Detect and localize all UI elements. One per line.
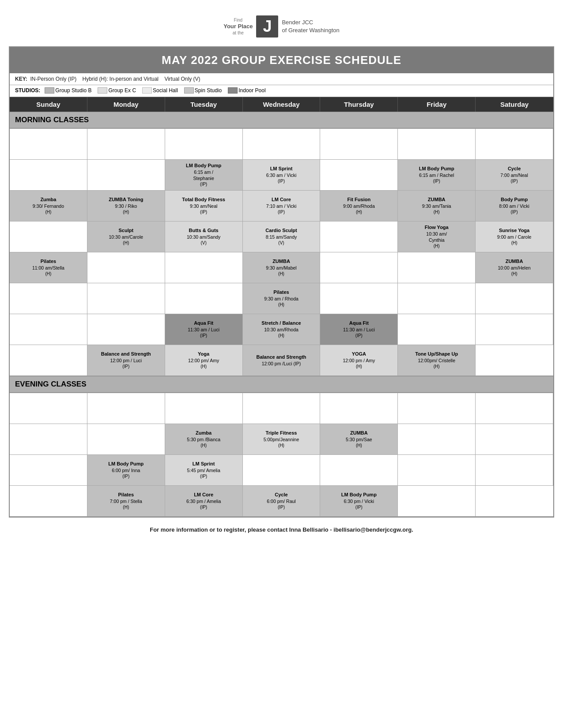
class-time: 12:00 pm / Amy (343, 357, 375, 364)
class-type: (H) (511, 240, 518, 246)
class-type: (H) (278, 302, 284, 308)
class-name: Tone Up/Shape Up (415, 351, 458, 357)
class-name: Cycle (508, 165, 521, 172)
class-type: (IP) (122, 473, 129, 480)
cell-morning-grid-r2-c0: Zumba9:30/ Fernando(H) (10, 191, 87, 221)
class-time: 7:10 am / Vicki (266, 203, 297, 209)
class-type: (IP) (200, 473, 207, 480)
class-time: 5:00pm/Jeannine (264, 436, 299, 443)
cell-morning-grid-r0-c1 (87, 129, 165, 160)
class-time: 9:00 am/Rhoda (343, 203, 375, 209)
class-name: ZUMBA (350, 430, 368, 436)
key-virtual: Virtual Only (V) (164, 76, 200, 82)
cell-morning-grid-r3-c2: Butts & Guts10:30 am/Sandy(V) (165, 221, 243, 252)
class-name: Yoga (198, 351, 209, 357)
class-time: 12:00 pm / Luci (110, 357, 142, 364)
cell-morning-grid-r1-c6: Cycle7:00 am/Neal(IP) (476, 160, 553, 191)
class-time: 6:30 pm / Vicki (344, 498, 374, 504)
evening-header: EVENING CLASSES (10, 376, 553, 393)
class-time: 6:15 am / (194, 169, 213, 175)
cell-morning-grid-r7-c3: Balance and Strength12:00 pm /Luci (IP) (243, 345, 321, 376)
page-container: Find Your Place at the J Bender JCC of G… (9, 9, 554, 537)
legend-box-c (98, 87, 107, 94)
header-saturday: Saturday (476, 97, 553, 112)
key-ip: IN-Person Only (IP) (30, 76, 76, 82)
cell-evening-grid-r1-c5 (398, 424, 476, 455)
class-time: 9:30 am/Tania (422, 203, 451, 209)
class-name: Zumba (196, 430, 212, 436)
cell-evening-grid-r2-c2: LM Sprint5:45 pm/ Amelia(IP) (165, 455, 243, 486)
class-type: (IP) (200, 209, 207, 215)
cell-morning-grid-r4-c5 (398, 252, 476, 283)
header-friday: Friday (398, 97, 476, 112)
class-name: Pilates (273, 289, 289, 296)
class-time: 8:15 am/Sandy (266, 234, 297, 240)
cell-evening-grid-r3-c1: Pilates7:00 pm / Stella(H) (87, 486, 165, 517)
class-type: (IP) (200, 181, 207, 188)
cell-evening-grid-r2-c0 (10, 455, 87, 486)
class-name: Pilates (118, 492, 134, 498)
cell-evening-grid-r2-c6 (476, 455, 553, 486)
cell-evening-grid-r2-c1: LM Body Pump6:00 pm/ Inna(IP) (87, 455, 165, 486)
class-name: LM Sprint (193, 461, 215, 467)
class-name: Sunrise Yoga (499, 227, 529, 234)
class-type: (H) (356, 209, 362, 215)
class-name: YOGA (352, 351, 366, 357)
class-name: Balance and Strength (256, 354, 306, 360)
footer: For more information or to register, ple… (9, 518, 554, 537)
cell-morning-grid-r0-c5 (398, 129, 476, 160)
schedule-wrapper: MAY 2022 GROUP EXERCISE SCHEDULE KEY: IN… (9, 46, 554, 518)
legend-group-b: Group Studio B (45, 87, 91, 94)
class-instructor: Cynthia (429, 237, 445, 243)
class-type: (H) (278, 271, 284, 277)
class-type: (H) (434, 243, 440, 249)
cell-morning-grid-r1-c3: LM Sprint6:30 am / Vicki(IP) (243, 160, 321, 191)
key-hybrid: Hybrid (H): In-person and Virtual (83, 76, 159, 82)
class-name: Total Body Fitness (182, 196, 225, 203)
cell-evening-grid-r2-c5 (398, 455, 476, 486)
cell-morning-grid-r3-c0 (10, 221, 87, 252)
cell-morning-grid-r5-c3: Pilates9:30 am / Rhoda(H) (243, 283, 321, 314)
class-name: ZUMBA (428, 196, 446, 203)
class-type: (H) (45, 209, 51, 215)
class-time: 8:00 am / Vicki (499, 203, 529, 209)
cell-morning-grid-r6-c2: Aqua Fit11:30 am / Luci(IP) (165, 314, 243, 345)
at-the-text: at the (223, 30, 253, 36)
class-name: Butts & Guts (189, 227, 219, 234)
class-time: 7:00 am/Neal (500, 172, 528, 178)
cell-evening-grid-r1-c6 (476, 424, 553, 455)
cell-morning-grid-r3-c3: Cardio Sculpt8:15 am/Sandy(V) (243, 221, 321, 252)
key-label: KEY: (15, 76, 27, 82)
class-time: 12:00 pm /Luci (IP) (262, 360, 301, 367)
class-time: 6:30 pm / Amelia (186, 498, 221, 504)
cell-evening-grid-r0-c2 (165, 393, 243, 424)
class-time: 7:00 pm / Stella (110, 498, 142, 504)
legend-spin-label: Spin Studio (195, 87, 222, 94)
cell-evening-grid-r0-c0 (10, 393, 87, 424)
cell-morning-grid-r1-c5: LM Body Pump6:15 am / Rachel(IP) (398, 160, 476, 191)
class-time: 9:30 am / Rhoda (264, 296, 299, 302)
cell-morning-grid-r4-c6: ZUMBA10:00 am/Helen(H) (476, 252, 553, 283)
cell-evening-grid-r3-c4: LM Body Pump6:30 pm / Vicki(IP) (320, 486, 398, 517)
cell-morning-grid-r5-c1 (87, 283, 165, 314)
class-name: LM Body Pump (341, 492, 377, 498)
legend-group-c: Group Ex C (98, 87, 136, 94)
cell-morning-grid-r0-c0 (10, 129, 87, 160)
studios-label: STUDIOS: (15, 87, 40, 94)
legend-social: Social Hall (142, 87, 178, 94)
cell-morning-grid-r6-c1 (87, 314, 165, 345)
cell-evening-grid-r0-c5 (398, 393, 476, 424)
cell-evening-grid-r1-c2: Zumba5:30 pm /Bianca(H) (165, 424, 243, 455)
class-time: 12:00 pm/ Amy (188, 357, 219, 364)
class-name: Pilates (41, 258, 56, 265)
cell-morning-grid-r1-c2: LM Body Pump6:15 am /Stephanie(IP) (165, 160, 243, 191)
class-time: 5:30 pm/Sae (346, 436, 372, 443)
cell-morning-grid-r4-c1 (87, 252, 165, 283)
class-time: 10:00 am/Helen (498, 265, 531, 271)
cell-evening-grid-r0-c4 (320, 393, 398, 424)
class-name: Stretch / Balance (261, 320, 301, 326)
logo-area: Find Your Place at the J Bender JCC of G… (9, 9, 554, 42)
day-header-row: Sunday Monday Tuesday Wednesday Thursday… (10, 97, 553, 112)
logo-left-text: Find Your Place at the (223, 17, 253, 36)
cell-morning-grid-r7-c1: Balance and Strength12:00 pm / Luci(IP) (87, 345, 165, 376)
